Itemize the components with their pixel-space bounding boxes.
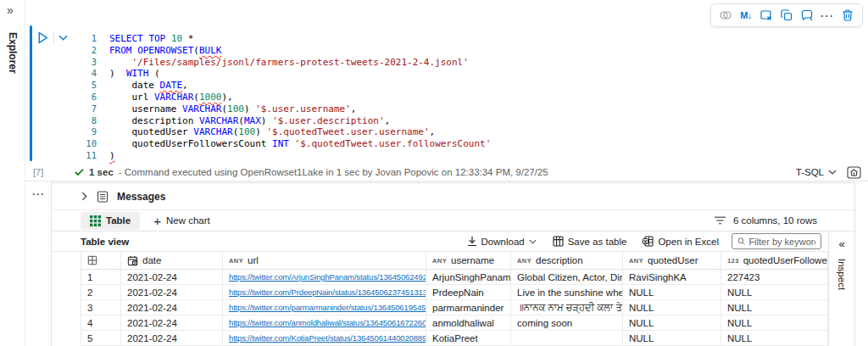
type-badge: ANY [432,257,447,265]
tweet-url-link[interactable]: https://twitter.com/ArjunSinghPanam/stat… [229,272,426,282]
column-header-quotedUserFollowersCount[interactable]: 123quotedUserFollowersCount [721,252,828,269]
column-header-date[interactable]: date [121,252,223,269]
tab-table-label: Table [106,215,131,226]
code-text: SELECT TOP 10 * [109,33,193,45]
expand-inspect-icon[interactable]: « [838,237,844,250]
tab-table[interactable]: Table [81,212,140,230]
cell-username: PrdeepNain [426,285,511,299]
column-label: url [248,255,259,265]
chevron-down-icon [58,35,68,41]
cell-url[interactable]: https://twitter.com/parmarmaninder/statu… [223,300,426,315]
duplicate-cell-button[interactable] [777,6,796,25]
cell-date: 2021-02-24 [121,300,223,315]
table-view-area: Table view Download Save as table Open i… [52,232,828,346]
more-actions-button[interactable]: ··· [818,6,837,25]
tweet-url-link[interactable]: https://twitter.com/KotiaPreet/status/13… [229,333,426,343]
open-in-excel-button[interactable]: Open in Excel [643,236,719,247]
cell-url[interactable]: https://twitter.com/PrdeepNain/status/13… [223,285,426,299]
convert-to-markdown-button[interactable]: M↓ [737,6,755,25]
cell-followers-count: NULL [721,285,828,299]
grid-header: dateANYurlANYusernameANYdescriptionANYqu… [81,252,828,270]
comment-button[interactable] [798,6,816,25]
new-chart-button[interactable]: + New chart [153,215,210,227]
cell-status-bar: 1 sec - Command executed using OpenRowse… [75,165,861,179]
cell-followers-count: 227423 [721,270,828,284]
code-line: 4) WITH ( [80,68,491,80]
cell-followers-count: NULL [721,300,828,315]
filter-keyword-input[interactable] [748,237,815,247]
cell-followers-count: NULL [721,331,828,345]
type-badge: 123 [727,257,739,265]
row-number: 5 [81,331,121,345]
cell-url[interactable]: https://twitter.com/KotiaPreet/status/13… [223,331,426,345]
code-text: description VARCHAR(MAX) '$.user.descrip… [109,115,390,127]
run-options-chevron[interactable] [58,35,68,41]
markdown-icon: M↓ [740,10,752,20]
explorer-rail-label[interactable]: Explorer [7,32,19,74]
code-lines: 1SELECT TOP 10 *2FROM OPENROWSET(BULK3 '… [80,33,491,162]
cell-description [511,331,623,345]
tweet-url-link[interactable]: https://twitter.com/anmoldhaliwal/status… [229,318,426,327]
cell-url[interactable]: https://twitter.com/anmoldhaliwal/status… [223,315,426,330]
column-row-count: 6 columns, 10 rows [733,215,817,226]
column-header-url[interactable]: ANYurl [223,252,426,269]
results-tab-bar: Table + New chart 6 columns, 10 rows [52,210,854,232]
messages-label: Messages [117,191,165,203]
messages-section[interactable]: Messages [52,183,854,210]
row-number: 4 [81,315,121,330]
cell-quoted-user: NULL [623,285,721,299]
line-number: 6 [80,92,97,103]
table-view-title: Table view [81,237,129,247]
cell-description: coming soon [511,315,623,330]
save-as-table-button[interactable]: Save as table [553,236,627,247]
code-line: 10 quotedUserFollowersCount INT '$.quote… [80,138,491,150]
cell-description: Live in the sunshine where you ... [511,285,623,299]
download-button[interactable]: Download [467,236,537,247]
inspect-label[interactable]: Inspect [837,259,847,290]
column-header-quotedUser[interactable]: ANYquotedUser [623,252,721,269]
cell-date: 2021-02-24 [121,270,223,284]
type-badge: ANY [629,257,643,265]
new-chart-label: New chart [166,215,210,226]
run-cell-button[interactable] [36,31,49,44]
copilot-icon[interactable] [716,6,735,25]
code-line: 5 date DATE, [80,80,491,92]
delete-cell-button[interactable] [838,6,857,25]
table-row: 12021-02-24https://twitter.com/ArjunSing… [81,270,828,285]
expand-panel-icon[interactable]: » [7,3,14,17]
cell-date: 2021-02-24 [121,315,223,330]
save-as-table-label: Save as table [568,237,627,247]
column-header-description[interactable]: ANYdescription [511,252,623,269]
column-header-username[interactable]: ANYusername [426,252,511,269]
plus-icon: + [153,215,161,227]
cell-username: ArjunSinghPanam [426,270,511,284]
success-check-icon [75,168,84,176]
filter-search-box[interactable] [732,233,821,249]
sql-editor[interactable]: 1SELECT TOP 10 *2FROM OPENROWSET(BULK3 '… [80,33,491,162]
cell-username: parmarmaninder [426,300,511,315]
trash-icon [841,8,854,22]
cell-quoted-user: NULL [623,300,721,315]
results-grid: dateANYurlANYusernameANYdescriptionANYqu… [81,252,828,346]
code-line: 11) [80,150,491,162]
divider [53,32,54,44]
code-text: url VARCHAR(1000), [109,92,233,103]
cell-url[interactable]: https://twitter.com/ArjunSinghPanam/stat… [223,270,426,284]
play-icon [36,31,49,44]
filter-icon[interactable] [715,216,726,225]
tweet-url-link[interactable]: https://twitter.com/PrdeepNain/status/13… [229,287,426,297]
column-header-select-all[interactable] [81,252,121,269]
download-icon [467,236,477,247]
excel-icon [643,236,654,247]
table-row: 22021-02-24https://twitter.com/PrdeepNai… [81,285,828,300]
clear-output-button[interactable] [757,6,776,25]
language-selector[interactable]: T-SQL [796,167,837,177]
explorer-rail: » Explorer [0,0,25,346]
tweet-url-link[interactable]: https://twitter.com/parmarmaninder/statu… [229,303,426,312]
execution-count: [7] [33,167,43,177]
cell-output-more-button[interactable]: ··· [32,188,45,200]
cell-quoted-user: RaviSinghKA [623,270,721,284]
chevron-right-icon [81,192,88,201]
lakehouse-button[interactable] [847,166,861,179]
line-number: 10 [80,138,97,150]
